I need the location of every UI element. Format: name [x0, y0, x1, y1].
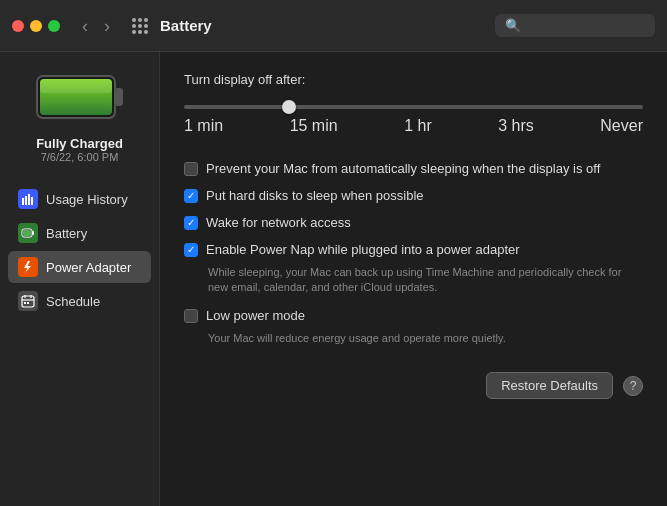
svg-rect-6 [28, 194, 30, 205]
close-button[interactable] [12, 20, 24, 32]
checkbox-prevent-sleep[interactable] [184, 162, 198, 176]
battery-status: Fully Charged 7/6/22, 6:00 PM [36, 136, 123, 163]
options-list: Prevent your Mac from automatically slee… [184, 155, 643, 352]
svg-rect-17 [27, 302, 29, 304]
option-low-power: Low power mode Your Mac will reduce ener… [184, 302, 643, 352]
minimize-button[interactable] [30, 20, 42, 32]
sidebar-item-schedule[interactable]: Schedule [8, 285, 151, 317]
tick-1hr: 1 hr [404, 117, 432, 135]
display-off-slider[interactable] [184, 105, 643, 109]
option-label-hard-disks: Put hard disks to sleep when possible [206, 188, 424, 203]
search-icon: 🔍 [505, 18, 521, 33]
content-area: Turn display off after: 1 min 15 min 1 h… [160, 52, 667, 506]
restore-defaults-button[interactable]: Restore Defaults [486, 372, 613, 399]
sidebar-item-power-adapter[interactable]: Power Adapter [8, 251, 151, 283]
option-label-prevent-sleep: Prevent your Mac from automatically slee… [206, 161, 600, 176]
option-power-nap: Enable Power Nap while plugged into a po… [184, 236, 643, 302]
maximize-button[interactable] [48, 20, 60, 32]
sidebar-item-usage-history[interactable]: Usage History [8, 183, 151, 215]
usage-history-icon [18, 189, 38, 209]
option-description-power-nap: While sleeping, your Mac can back up usi… [208, 265, 638, 296]
svg-rect-16 [24, 302, 26, 304]
svg-rect-5 [25, 196, 27, 205]
tick-never: Never [600, 117, 643, 135]
tick-15min: 15 min [290, 117, 338, 135]
svg-rect-1 [115, 88, 123, 106]
checkbox-low-power[interactable] [184, 309, 198, 323]
svg-rect-9 [32, 231, 34, 235]
main-layout: Fully Charged 7/6/22, 6:00 PM Usage Hist… [0, 52, 667, 506]
svg-rect-3 [40, 79, 112, 93]
option-label-low-power: Low power mode [206, 308, 305, 323]
option-label-power-nap: Enable Power Nap while plugged into a po… [206, 242, 520, 257]
content-footer: Restore Defaults ? [184, 352, 643, 399]
window-title: Battery [160, 17, 212, 34]
slider-ticks: 1 min 15 min 1 hr 3 hrs Never [184, 117, 643, 135]
sidebar-item-label: Power Adapter [46, 260, 131, 275]
sidebar: Fully Charged 7/6/22, 6:00 PM Usage Hist… [0, 52, 160, 506]
svg-rect-4 [22, 198, 24, 205]
battery-date: 7/6/22, 6:00 PM [36, 151, 123, 163]
checkbox-hard-disks[interactable] [184, 189, 198, 203]
svg-marker-11 [24, 261, 31, 273]
search-input[interactable] [527, 18, 645, 33]
back-button[interactable]: ‹ [76, 15, 94, 37]
svg-rect-7 [31, 197, 33, 205]
grid-icon[interactable] [132, 18, 148, 34]
sidebar-item-label: Schedule [46, 294, 100, 309]
battery-label: Fully Charged [36, 136, 123, 151]
battery-icon [35, 68, 125, 126]
sidebar-item-battery[interactable]: Battery [8, 217, 151, 249]
display-off-slider-section: Turn display off after: 1 min 15 min 1 h… [184, 72, 643, 135]
option-description-low-power: Your Mac will reduce energy usage and op… [208, 331, 506, 346]
search-bar[interactable]: 🔍 [495, 14, 655, 37]
battery-nav-icon [18, 223, 38, 243]
svg-rect-12 [22, 296, 34, 307]
sidebar-item-label: Usage History [46, 192, 128, 207]
titlebar: ‹ › Battery 🔍 [0, 0, 667, 52]
slider-label: Turn display off after: [184, 72, 643, 87]
power-adapter-icon [18, 257, 38, 277]
sidebar-item-label: Battery [46, 226, 87, 241]
svg-rect-10 [23, 230, 31, 236]
nav-buttons: ‹ › [76, 15, 116, 37]
tick-1min: 1 min [184, 117, 223, 135]
checkbox-power-nap[interactable] [184, 243, 198, 257]
option-wake-network: Wake for network access [184, 209, 643, 236]
option-label-wake-network: Wake for network access [206, 215, 351, 230]
traffic-lights [12, 20, 60, 32]
option-hard-disks: Put hard disks to sleep when possible [184, 182, 643, 209]
sidebar-nav: Usage History Battery [8, 183, 151, 317]
forward-button[interactable]: › [98, 15, 116, 37]
option-prevent-sleep: Prevent your Mac from automatically slee… [184, 155, 643, 182]
tick-3hrs: 3 hrs [498, 117, 534, 135]
schedule-icon [18, 291, 38, 311]
checkbox-wake-network[interactable] [184, 216, 198, 230]
help-button[interactable]: ? [623, 376, 643, 396]
